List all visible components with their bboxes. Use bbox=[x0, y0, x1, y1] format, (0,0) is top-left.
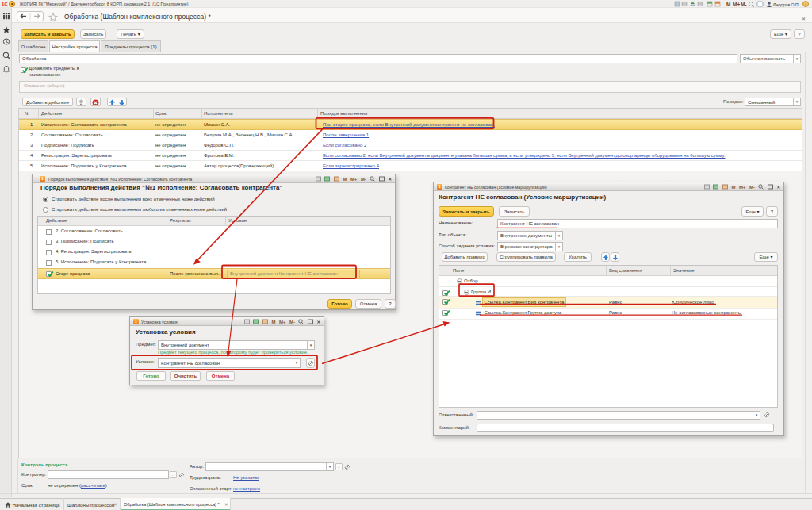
svg-text:M+: M+ bbox=[733, 2, 740, 7]
svg-text:M-: M- bbox=[741, 2, 747, 7]
svg-text:M: M bbox=[726, 2, 730, 7]
